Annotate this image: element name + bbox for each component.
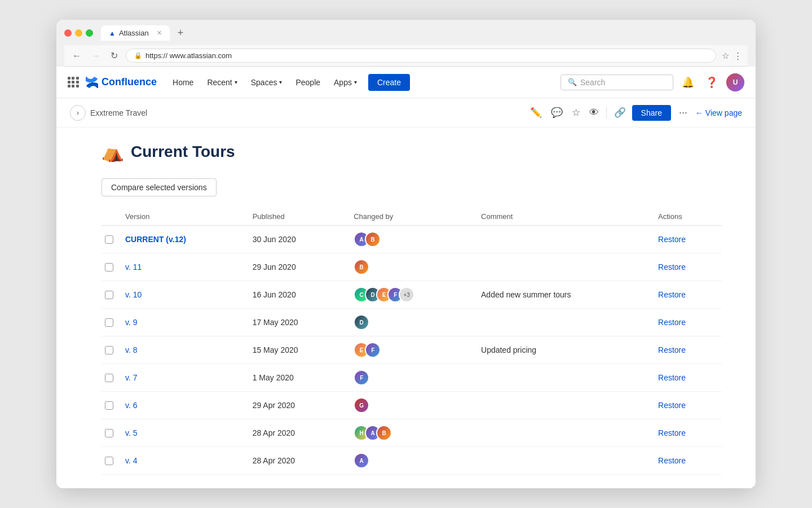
browser-tab[interactable]: ▲ Atlassian ✕ [101, 25, 170, 41]
versions-table: Version Published Changed by Comment Act… [102, 208, 722, 475]
table-row: v. 71 May 2020FRestore [102, 364, 722, 392]
row-checkbox[interactable] [105, 401, 113, 410]
copy-link-icon[interactable]: 🔗 [611, 104, 629, 121]
table-header-actions: Actions [651, 208, 722, 226]
view-page-button[interactable]: ← View page [695, 108, 742, 117]
edit-icon[interactable]: ✏️ [527, 104, 545, 121]
apps-grid-icon[interactable] [68, 77, 79, 88]
restore-link[interactable]: Restore [658, 456, 686, 465]
row-checkbox[interactable] [105, 318, 113, 327]
toolbar-actions: ✏️ 💬 ☆ 👁 🔗 Share ··· ← View page [527, 104, 742, 121]
forward-button[interactable]: → [89, 50, 103, 62]
avatar-group: G [354, 397, 467, 413]
confluence-logo[interactable]: Confluence [86, 76, 157, 89]
avatar-group: EF [354, 342, 467, 358]
restore-link[interactable]: Restore [658, 373, 686, 382]
row-checkbox[interactable] [105, 291, 113, 299]
page-title-row: ⛺ Current Tours [102, 141, 722, 163]
sidebar-toggle-button[interactable]: › [70, 105, 86, 121]
comment-text [474, 309, 651, 336]
confluence-logo-text: Confluence [102, 76, 157, 88]
row-checkbox[interactable] [105, 263, 113, 271]
address-bar[interactable]: 🔒 https:// www.atlassian.com [126, 49, 716, 63]
comment-text [474, 392, 651, 419]
avatar: B [365, 231, 381, 247]
row-checkbox[interactable] [105, 235, 113, 244]
restore-link[interactable]: Restore [658, 428, 686, 437]
version-link[interactable]: v. 10 [125, 290, 142, 299]
row-checkbox[interactable] [105, 374, 113, 382]
url-text: https:// www.atlassian.com [145, 51, 232, 60]
table-header-version: Version [118, 208, 246, 226]
address-bar-row: ← → ↻ 🔒 https:// www.atlassian.com ☆ ⋮ [64, 45, 748, 67]
avatar: G [354, 397, 369, 413]
watch-icon[interactable]: 👁 [586, 104, 602, 121]
comment-text [474, 447, 651, 475]
published-date: 30 Jun 2020 [246, 226, 347, 253]
nav-item-people[interactable]: People [290, 75, 326, 90]
more-actions-button[interactable]: ··· [674, 104, 692, 121]
published-date: 17 May 2020 [246, 309, 347, 336]
restore-link[interactable]: Restore [658, 345, 686, 354]
search-box[interactable]: 🔍 Search [561, 75, 673, 90]
avatar: F [354, 370, 369, 386]
avatar-group: A [354, 453, 467, 468]
version-link[interactable]: v. 11 [125, 262, 142, 271]
back-button[interactable]: ← [70, 50, 83, 62]
comment-text: Added new summer tours [474, 281, 651, 309]
version-link[interactable]: v. 4 [125, 456, 138, 465]
published-date: 29 Apr 2020 [246, 392, 347, 419]
version-link[interactable]: v. 6 [125, 401, 138, 410]
main-content: ⛺ Current Tours Compare selected version… [56, 128, 756, 488]
version-link[interactable]: CURRENT (v.12) [125, 235, 186, 244]
nav-item-apps[interactable]: Apps [328, 75, 363, 90]
more-options-icon[interactable]: ⋮ [734, 51, 742, 61]
minimize-traffic-light[interactable] [75, 29, 82, 37]
restore-link[interactable]: Restore [658, 318, 686, 327]
row-checkbox[interactable] [105, 429, 113, 437]
table-header-comment: Comment [474, 208, 651, 226]
help-button[interactable]: ❓ [703, 73, 721, 91]
restore-link[interactable]: Restore [658, 290, 686, 299]
avatar-group: D [354, 314, 467, 330]
new-tab-button[interactable]: + [175, 27, 186, 39]
compare-versions-button[interactable]: Compare selected versions [102, 178, 217, 196]
nav-menu: Home Recent Spaces People Apps Create [167, 74, 561, 91]
version-link[interactable]: v. 8 [125, 345, 138, 354]
share-button[interactable]: Share [632, 105, 671, 121]
version-link[interactable]: v. 7 [125, 373, 138, 382]
star-icon[interactable]: ☆ [569, 104, 583, 121]
restore-link[interactable]: Restore [658, 262, 686, 271]
nav-right: 🔍 Search 🔔 ❓ U [561, 73, 744, 91]
user-avatar[interactable]: U [726, 73, 744, 91]
restore-link[interactable]: Restore [658, 401, 686, 410]
create-button[interactable]: Create [368, 74, 410, 91]
lock-icon: 🔒 [134, 52, 142, 59]
table-row: v. 528 Apr 2020HABRestore [102, 419, 722, 447]
star-icon[interactable]: ☆ [722, 51, 729, 61]
avatar-group: F [354, 370, 467, 386]
restore-link[interactable]: Restore [658, 235, 686, 244]
table-row: v. 815 May 2020EFUpdated pricingRestore [102, 336, 722, 364]
nav-item-recent[interactable]: Recent [201, 75, 242, 90]
avatar: D [354, 314, 369, 330]
comment-text [474, 253, 651, 281]
avatar-group: AB [354, 231, 467, 247]
row-checkbox[interactable] [105, 457, 113, 465]
nav-item-home[interactable]: Home [167, 75, 199, 90]
comment-icon[interactable]: 💬 [548, 104, 566, 121]
refresh-button[interactable]: ↻ [108, 49, 120, 62]
tab-favicon-icon: ▲ [109, 29, 116, 37]
table-row: v. 1129 Jun 2020BRestore [102, 253, 722, 281]
browser-chrome: ▲ Atlassian ✕ + ← → ↻ 🔒 https:// www.atl… [56, 20, 756, 67]
close-traffic-light[interactable] [64, 29, 72, 37]
maximize-traffic-light[interactable] [86, 29, 93, 37]
nav-item-spaces[interactable]: Spaces [245, 75, 288, 90]
row-checkbox[interactable] [105, 346, 113, 354]
version-link[interactable]: v. 5 [125, 428, 138, 437]
version-link[interactable]: v. 9 [125, 318, 138, 327]
notifications-button[interactable]: 🔔 [679, 73, 697, 91]
tab-close-icon[interactable]: ✕ [157, 29, 162, 37]
page-toolbar: › Exxtreme Travel ✏️ 💬 ☆ 👁 🔗 Share ··· ←… [56, 98, 756, 128]
toolbar-separator [606, 107, 607, 119]
